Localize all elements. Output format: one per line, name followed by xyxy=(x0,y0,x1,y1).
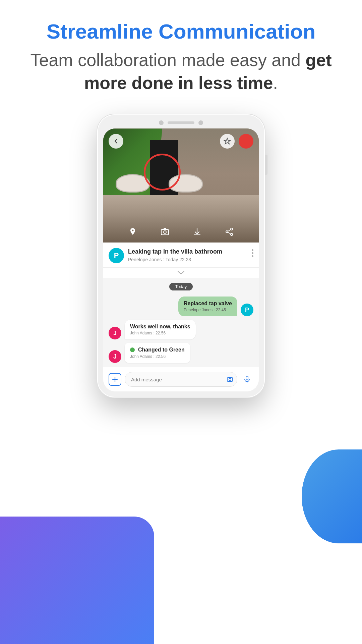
messages-area: Replaced tap valve Penelope Jones : 22.4… xyxy=(103,294,259,367)
download-button[interactable] xyxy=(190,225,204,238)
message-input-wrapper xyxy=(125,372,237,387)
message-incoming-1: J Works well now, thanks John Adams : 22… xyxy=(109,320,253,339)
phone-camera xyxy=(159,120,164,125)
issue-text: Leaking tap in the villa bathroom Penelo… xyxy=(128,248,248,262)
chat-section: Today Replaced tap valve Penelope Jones … xyxy=(103,278,259,391)
status-meta: John Adams : 22.56 xyxy=(130,354,185,359)
svg-point-1 xyxy=(164,231,166,233)
issue-info-row: P Leaking tap in the villa bathroom Pene… xyxy=(103,243,259,268)
bg-shape-right xyxy=(302,449,362,543)
msg-avatar-outgoing: P xyxy=(241,304,253,316)
status-change-bubble: Changed to Green John Adams : 22.56 xyxy=(125,343,190,363)
mic-button[interactable] xyxy=(241,373,253,386)
msg-meta-1: Penelope Jones : 22.45 xyxy=(184,308,232,312)
issue-image xyxy=(103,128,259,243)
image-top-buttons xyxy=(103,134,259,149)
message-status-change: J Changed to Green John Adams : 22.56 xyxy=(109,343,253,363)
star-button[interactable] xyxy=(220,134,235,149)
phone-frame: P Leaking tap in the villa bathroom Pene… xyxy=(97,114,265,397)
record-button[interactable] xyxy=(239,134,253,149)
dot2 xyxy=(252,252,253,254)
add-attachment-button[interactable] xyxy=(109,373,121,386)
message-outgoing-1: Replaced tap valve Penelope Jones : 22.4… xyxy=(109,297,253,316)
phone-top-bar xyxy=(103,120,259,125)
svg-rect-7 xyxy=(246,376,248,380)
message-input[interactable] xyxy=(125,372,237,387)
header-subtitle: Team collaboration made easy and get mor… xyxy=(27,49,335,94)
msg-avatar-john-2: J xyxy=(109,350,121,363)
today-label: Today xyxy=(169,283,193,290)
msg-avatar-john-1: J xyxy=(109,327,121,339)
msg-text-1: Replaced tap valve xyxy=(184,301,232,307)
status-row: Changed to Green xyxy=(130,347,185,353)
issue-menu-button[interactable] xyxy=(252,248,253,257)
dot1 xyxy=(252,249,253,251)
camera-button[interactable] xyxy=(158,225,172,238)
today-badge: Today xyxy=(103,278,259,294)
svg-point-4 xyxy=(226,231,228,233)
svg-rect-0 xyxy=(161,229,169,235)
red-circle-annotation xyxy=(144,154,181,191)
svg-point-6 xyxy=(229,379,231,381)
status-dot xyxy=(130,347,135,352)
msg-text-2: Works well now, thanks xyxy=(130,324,190,330)
dot3 xyxy=(252,255,253,257)
image-bottom-actions xyxy=(103,225,259,238)
msg-meta-2: John Adams : 22.56 xyxy=(130,331,190,335)
message-input-bar xyxy=(103,367,259,391)
chevron-row[interactable] xyxy=(103,268,259,278)
msg-bubble-outgoing-1: Replaced tap valve Penelope Jones : 22.4… xyxy=(178,297,237,316)
issue-title: Leaking tap in the villa bathroom xyxy=(128,248,248,256)
bg-shape-left xyxy=(0,517,154,644)
issue-avatar: P xyxy=(109,248,124,263)
msg-bubble-incoming-1: Works well now, thanks John Adams : 22.5… xyxy=(125,320,196,339)
back-button[interactable] xyxy=(109,134,123,149)
issue-meta: Penelope Jones : Today 22.23 xyxy=(128,257,248,262)
header-section: Streamline Communication Team collaborat… xyxy=(0,0,362,108)
camera-inline-icon[interactable] xyxy=(227,376,233,383)
phone-speaker xyxy=(168,121,194,124)
phone-camera2 xyxy=(198,120,203,125)
phone-side-button xyxy=(265,155,267,175)
svg-point-3 xyxy=(231,233,233,235)
status-text: Changed to Green xyxy=(138,347,185,353)
svg-point-2 xyxy=(231,228,233,230)
subtitle-end: . xyxy=(273,73,278,93)
location-button[interactable] xyxy=(126,225,139,238)
phone-wrapper: P Leaking tap in the villa bathroom Pene… xyxy=(0,114,362,397)
subtitle-text1: Team collaboration made easy and xyxy=(31,50,306,70)
phone-screen: P Leaking tap in the villa bathroom Pene… xyxy=(103,128,259,391)
share-button[interactable] xyxy=(223,225,236,238)
header-title: Streamline Communication xyxy=(27,20,335,43)
